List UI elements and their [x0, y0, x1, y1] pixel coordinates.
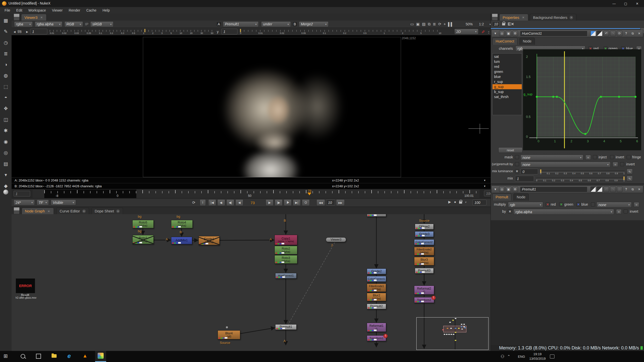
info-b-caret-icon[interactable]: ▾: [484, 185, 486, 188]
skip-value-input[interactable]: 10: [326, 200, 335, 205]
reset-button[interactable]: reset: [498, 147, 522, 153]
gain-row-collapse-icon[interactable]: ⌄⌄: [488, 30, 490, 33]
node-roto1[interactable]: Roto1(alpha): [132, 235, 154, 244]
green-checkbox[interactable]: ×: [559, 202, 563, 206]
wrench-icon[interactable]: ⚙: [512, 31, 518, 36]
node-colorcorrect1[interactable]: ColorCorrect1: [367, 276, 386, 282]
monitor-out-icon[interactable]: ▭: [410, 22, 414, 26]
tab-dope-sheet[interactable]: Dope Sheet✕: [92, 208, 123, 215]
node-roto4[interactable]: Roto4(alpha): [171, 220, 193, 228]
mix-input[interactable]: 1: [515, 176, 534, 182]
unpremult-equals-button[interactable]: =: [613, 162, 618, 167]
inout-button[interactable]: I: [200, 199, 206, 206]
fringe-checkbox[interactable]: [627, 155, 631, 159]
tab-viewer3[interactable]: Viewer3 ✕: [21, 14, 47, 21]
fps-dropdown[interactable]: 24*▾: [14, 200, 35, 205]
keyer-icon[interactable]: ⬚: [4, 84, 8, 89]
notification-center-icon[interactable]: [550, 354, 554, 358]
merge-icon[interactable]: ◓: [4, 95, 7, 100]
multiply-dropdown[interactable]: rgb▾: [508, 202, 543, 208]
redo-icon[interactable]: ↷: [610, 187, 616, 192]
node-name-field[interactable]: HueCorrect1: [520, 31, 587, 36]
lock-range-icon[interactable]: [459, 201, 462, 204]
node-blur4[interactable]: Blur4(all): [218, 330, 240, 339]
channel-set-a-icon[interactable]: [590, 31, 596, 36]
curve-list-item-sat[interactable]: sat: [493, 54, 522, 59]
gain-input[interactable]: 1: [30, 29, 47, 34]
curve-point[interactable]: [556, 96, 558, 98]
frame-ruler[interactable]: -8050100.01 73: [33, 190, 479, 198]
people-icon[interactable]: ⚇: [501, 354, 504, 359]
gain-mode-label[interactable]: f/8: [18, 30, 22, 34]
mix-slider[interactable]: 00.10.20.30.40.50.60.70.80.91: [536, 176, 625, 182]
invert-unpremult-checkbox[interactable]: [620, 162, 624, 166]
unlock-icon[interactable]: [502, 23, 505, 25]
transport-button[interactable]: |▶: [275, 199, 283, 206]
node-read4[interactable]: ERRORRead4h2-after-glass.mov: [16, 278, 35, 299]
render-flag-icon[interactable]: ▶: [448, 200, 451, 204]
pane-menu-icon[interactable]: [492, 14, 498, 21]
menu-item[interactable]: Render: [69, 8, 80, 12]
other-icon[interactable]: ◆: [4, 183, 8, 189]
color-icon[interactable]: ◑: [4, 62, 7, 67]
unpremult-dropdown[interactable]: none▾: [520, 162, 611, 167]
revert-icon[interactable]: ⟳: [617, 187, 622, 192]
clear-panels-icon[interactable]: ⋿✕: [508, 22, 514, 26]
postage-stamp-icon[interactable]: ▣: [506, 31, 511, 36]
float-panel-icon[interactable]: ⧉: [630, 31, 635, 36]
nuke-logo-icon[interactable]: [3, 190, 8, 195]
loop-mode-icon[interactable]: ⟳: [192, 200, 195, 205]
node-colorcorrect2[interactable]: ColorCorrect2: [414, 239, 434, 245]
by-equals-button[interactable]: =: [616, 209, 622, 214]
frame-range-icon[interactable]: ⸗: [465, 200, 466, 204]
curve-point[interactable]: [618, 96, 620, 98]
tab-properties[interactable]: Properties ✕: [499, 14, 528, 21]
by-dropdown[interactable]: rgba.alpha▾: [513, 209, 614, 215]
gain-slider[interactable]: 0.010.020.030.050.10.20.30.5123510203050: [50, 29, 213, 34]
input-b-dropdown[interactable]: Merge2▾: [299, 21, 329, 27]
skip-back-button[interactable]: ◀◀: [316, 199, 325, 206]
transport-button[interactable]: ▶: [266, 199, 273, 206]
tab-close-icon[interactable]: ✕: [82, 209, 86, 213]
help-icon[interactable]: ?: [623, 187, 629, 192]
menu-item[interactable]: Viewer: [52, 8, 63, 12]
tab-premult[interactable]: Premult: [492, 194, 511, 201]
by-checkbox[interactable]: ×: [508, 209, 512, 213]
tab-node[interactable]: Node: [519, 38, 535, 45]
clock[interactable]: 19:19 13/03/2019: [529, 352, 546, 361]
zoom-level[interactable]: 50%: [466, 22, 473, 26]
full-frame-icon[interactable]: ▣: [416, 22, 420, 26]
draw-icon[interactable]: ✎: [4, 29, 8, 34]
curve-list-item-lum[interactable]: lum: [493, 59, 522, 64]
invert-mask-checkbox[interactable]: [610, 155, 614, 159]
tab-huecorrect[interactable]: HueCorrect: [492, 38, 517, 45]
node-blur2[interactable]: Blur2(alpha): [367, 293, 386, 301]
postage-stamp-icon[interactable]: ▣: [506, 187, 511, 192]
gain-next-arrow[interactable]: ▶: [26, 30, 28, 33]
node-viewer3[interactable]: Viewer3: [326, 237, 346, 242]
channel-icon[interactable]: ≣: [4, 51, 8, 57]
tab-close-icon[interactable]: ✕: [116, 209, 120, 213]
curve-list-item-green[interactable]: green: [493, 69, 522, 74]
tab-close-icon[interactable]: ✕: [40, 16, 43, 19]
red-checkbox[interactable]: ×: [546, 202, 550, 206]
gain-prev-arrow[interactable]: ◀: [14, 30, 16, 33]
deep-icon[interactable]: ◉: [4, 139, 8, 145]
node-premult2[interactable]: Premult2: [367, 304, 386, 309]
pane-menu-icon[interactable]: [14, 14, 20, 21]
transport-button[interactable]: ◀⸳: [217, 199, 225, 206]
lut-dropdown[interactable]: sRGB▾: [90, 21, 113, 27]
tf-dropdown[interactable]: TF▾: [37, 200, 49, 205]
curve-point[interactable]: [634, 96, 636, 98]
wipe-tool-icon[interactable]: ✎: [480, 30, 486, 33]
mix-luminance-slider[interactable]: 00.10.20.30.40.50.60.70.80.91: [540, 169, 625, 174]
checker-icon[interactable]: ▨: [422, 22, 425, 26]
menu-item[interactable]: Cache: [86, 8, 96, 12]
pane-menu-icon[interactable]: [14, 207, 20, 214]
node-grade3[interactable]: Grade3: [415, 231, 434, 237]
node-premult1[interactable]: Premult1: [275, 324, 297, 330]
tab-background-renders[interactable]: Background Renders ✕: [530, 14, 576, 21]
skip-fwd-button[interactable]: ▶▶: [336, 199, 345, 206]
mix-curve-button[interactable]: ∿: [627, 176, 633, 181]
comp-mode-dropdown[interactable]: under▾: [261, 21, 291, 27]
